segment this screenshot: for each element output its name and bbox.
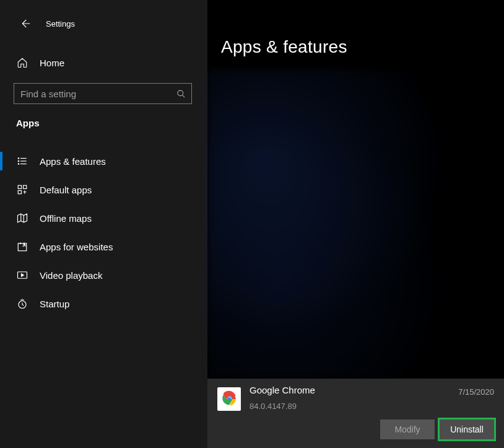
home-nav[interactable]: Home [0,51,207,74]
app-version: 84.0.4147.89 [250,402,458,411]
app-info: Google Chrome 84.0.4147.89 [250,385,458,411]
svg-point-4 [18,158,19,159]
svg-rect-7 [18,185,21,188]
search-icon [170,89,191,99]
page-title: Apps & features [207,0,504,57]
sidebar-nav: Apps & features Default apps Offline map… [0,147,207,318]
nav-item-apps-websites[interactable]: Apps for websites [0,232,207,261]
home-icon [16,57,28,68]
back-arrow-icon [19,18,30,29]
svg-point-0 [177,90,183,95]
svg-rect-9 [18,191,21,194]
sidebar-header: Settings [0,0,207,47]
open-icon [16,241,28,252]
modify-button[interactable]: Modify [380,419,435,439]
blurred-app-list [207,69,504,379]
section-label: Apps [0,104,207,134]
nav-item-video-playback[interactable]: Video playback [0,261,207,289]
nav-label: Apps for websites [40,242,113,252]
selected-app-card[interactable]: Google Chrome 84.0.4147.89 7/15/2020 Mod… [207,379,504,448]
app-name: Google Chrome [250,385,458,395]
svg-marker-15 [22,274,24,277]
svg-point-6 [18,164,19,165]
search-input[interactable] [14,84,170,103]
nav-label: Startup [40,299,69,309]
svg-point-5 [18,160,19,162]
video-icon [16,270,28,281]
svg-marker-10 [18,214,27,222]
nav-item-default-apps[interactable]: Default apps [0,175,207,204]
nav-label: Default apps [40,185,92,195]
sidebar: Settings Home Apps Apps & features Defau… [0,0,207,448]
main-content: Apps & features Google Chrome 84.0.4147.… [207,0,504,448]
svg-rect-8 [24,185,27,188]
app-row: Google Chrome 84.0.4147.89 7/15/2020 [217,385,494,411]
search-box[interactable] [14,83,192,104]
search-wrap [0,83,207,104]
back-button[interactable] [12,11,37,36]
uninstall-button[interactable]: Uninstall [440,419,494,439]
nav-label: Apps & features [40,156,106,167]
app-install-date: 7/15/2020 [458,387,494,397]
nav-item-apps-features[interactable]: Apps & features [0,147,207,175]
map-icon [16,213,28,224]
home-label: Home [40,58,64,68]
app-actions: Modify Uninstall [217,419,494,439]
nav-label: Video playback [40,270,102,281]
list-icon [16,156,28,167]
defaults-icon [16,184,28,195]
nav-label: Offline maps [40,213,92,224]
nav-item-startup[interactable]: Startup [0,289,207,318]
window-title: Settings [46,19,75,29]
nav-item-offline-maps[interactable]: Offline maps [0,204,207,232]
startup-icon [16,298,28,309]
chrome-icon [217,387,241,411]
